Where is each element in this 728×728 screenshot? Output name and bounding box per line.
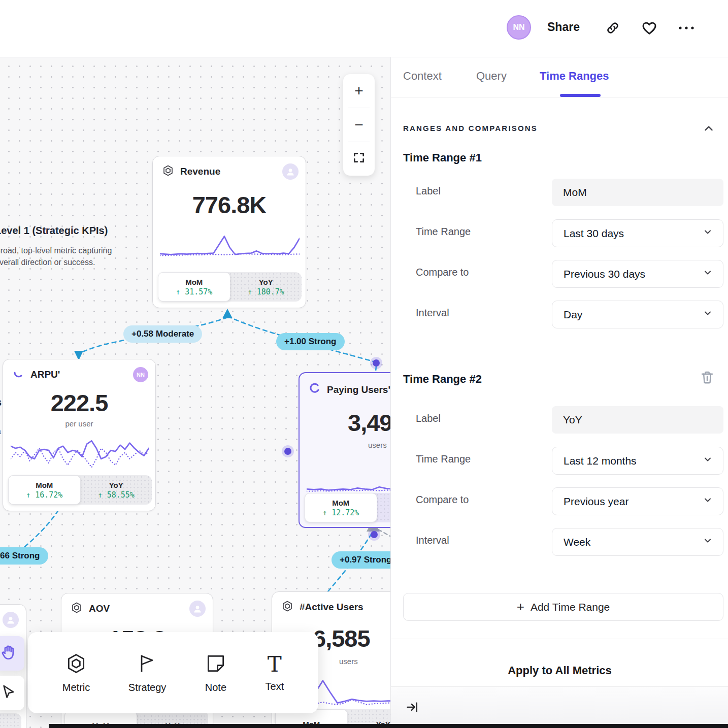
bottom-dark-strip [49,724,728,728]
panel-footer [391,686,728,728]
metric-value: 3,495 [300,409,390,437]
yoy-pill[interactable]: YoY ↑ 58.55% [81,475,152,505]
tab-time-ranges[interactable]: Time Ranges [540,70,609,83]
canvas-zoom-toolbar: + − [343,74,375,176]
select-tool-button[interactable] [0,676,24,710]
time-range-2-title: Time Range #2 [403,373,482,386]
connector-handle[interactable] [284,448,291,455]
pill-label: MoM [185,278,203,286]
metric-unit: per user [3,419,155,428]
metric-unit: users [300,441,390,449]
zoom-in-button[interactable]: + [343,74,375,108]
label-input[interactable]: MoM [552,179,723,206]
delete-time-range-icon[interactable] [700,370,715,387]
favorite-heart-icon[interactable] [641,19,658,39]
interval-select[interactable]: Day [552,301,723,328]
user-avatar[interactable]: NN [507,15,531,40]
share-button[interactable]: Share [547,20,580,34]
owner-badge-nn[interactable]: NN [133,367,148,382]
add-time-range-label: Add Time Range [531,601,610,613]
tool-metric[interactable]: Metric [62,652,90,693]
metric-card-revenue[interactable]: Revenue 776.8K MoM ↑ 31.57% YoY ↑ 180.7% [152,156,306,308]
app-header: NN Share [0,0,728,57]
metric-card-paying-users[interactable]: Paying Users' 3,495 users MoM ↑ 12.72% [299,372,390,528]
note-body: Broad, top-level metric capturing overal… [0,245,112,268]
field-label: Time Range [416,226,471,238]
cursor-icon [1,684,17,702]
hexagon-metric-icon [281,600,293,614]
mom-pill[interactable]: MoM ↑ 12.72% [305,493,377,522]
correlation-badge-revenue-arpu[interactable]: +0.58 Moderate [123,325,202,343]
field-label: Time Range [416,453,471,465]
tool-text[interactable]: T Text [266,653,284,692]
connector-handle[interactable] [373,359,380,367]
field-label: Interval [416,307,449,319]
compare-to-select[interactable]: Previous 30 days [552,260,723,288]
apply-to-all-metrics-button[interactable]: Apply to All Metrics [391,655,728,686]
pill-label: MoM [332,499,349,507]
clipped-text-fragment: s [0,396,2,408]
tool-label: Note [205,682,226,693]
tool-strategy[interactable]: Strategy [128,652,166,693]
owner-avatar-icon[interactable] [282,163,299,180]
mom-pill[interactable]: MoM ↑ 16.72% [8,475,81,505]
tool-label: Text [266,681,284,692]
chevron-down-icon [703,227,713,240]
pill-label: YoY [259,278,273,286]
field-label: Compare to [416,494,469,506]
time-range-select[interactable]: Last 12 months [552,447,723,475]
owner-avatar-icon[interactable] [3,612,19,628]
yoy-pill[interactable] [377,493,391,522]
time-range-select[interactable]: Last 30 days [552,219,723,247]
pill-value: ↑ 16.72% [26,490,62,500]
compare-to-select[interactable]: Previous year [552,487,723,515]
select-value: Week [564,536,703,548]
field-label: Interval [416,535,449,546]
divider [391,639,728,639]
hexagon-metric-icon [65,652,87,677]
mom-pill[interactable]: MoM ↑ 31.57% [158,272,230,302]
correlation-badge-arpu-aov[interactable]: +0.66 Strong [0,547,48,565]
metric-value: 222.5 [3,389,155,417]
hand-icon [0,644,17,663]
tool-label: Metric [62,682,90,693]
settings-panel: Context Query Time Ranges RANGES AND COM… [390,57,728,728]
tool-note[interactable]: Note [205,652,227,693]
note-body-line1: Broad, top-level metric capturing [0,245,112,256]
chevron-up-icon[interactable] [702,122,715,138]
card-title: AOV [89,603,183,614]
metric-tree-canvas[interactable]: + − Level 1 (Strategic KPIs) Broad, top-… [0,57,390,728]
spinner-icon [309,383,321,397]
correlation-badge-paying-active[interactable]: +0.97 Strong [332,551,390,569]
comparison-toggle [0,713,21,728]
comparison-toggle: MoM ↑ 31.57% YoY ↑ 180.7% [158,272,302,302]
add-time-range-button[interactable]: + Add Time Range [403,593,723,621]
chevron-down-icon [703,454,713,467]
connector-handle[interactable] [371,531,378,538]
zoom-out-button[interactable]: − [343,108,375,142]
interval-select[interactable]: Week [552,528,723,556]
pill-label: YoY [109,481,123,489]
pill-value: ↑ 31.57% [176,287,212,296]
field-label: Compare to [416,267,469,278]
label-input[interactable]: YoY [552,406,723,434]
plus-icon: + [517,599,524,615]
metric-card-arpu[interactable]: ARPU' NN 222.5 per user MoM ↑ 16.72% YoY… [3,359,156,511]
card-title: #Active Users [300,602,390,613]
collapse-panel-icon[interactable] [405,700,419,716]
more-options-icon[interactable] [677,21,696,37]
text-icon: T [268,653,282,676]
yoy-pill[interactable]: YoY ↑ 180.7% [230,272,302,302]
select-value: Previous 30 days [564,268,703,280]
hand-tool-button[interactable] [0,636,24,671]
spinner-icon [12,368,24,382]
copy-link-icon[interactable] [605,20,620,38]
field-label: Label [416,413,441,424]
note-title[interactable]: Level 1 (Strategic KPIs) [0,225,108,237]
owner-avatar-icon[interactable] [189,601,206,617]
correlation-badge-revenue-paying[interactable]: +1.00 Strong [276,333,345,350]
tab-context[interactable]: Context [403,70,442,83]
tab-query[interactable]: Query [476,70,507,83]
fit-view-button[interactable] [343,142,375,176]
note-body-line2: overall direction or success. [0,256,112,268]
